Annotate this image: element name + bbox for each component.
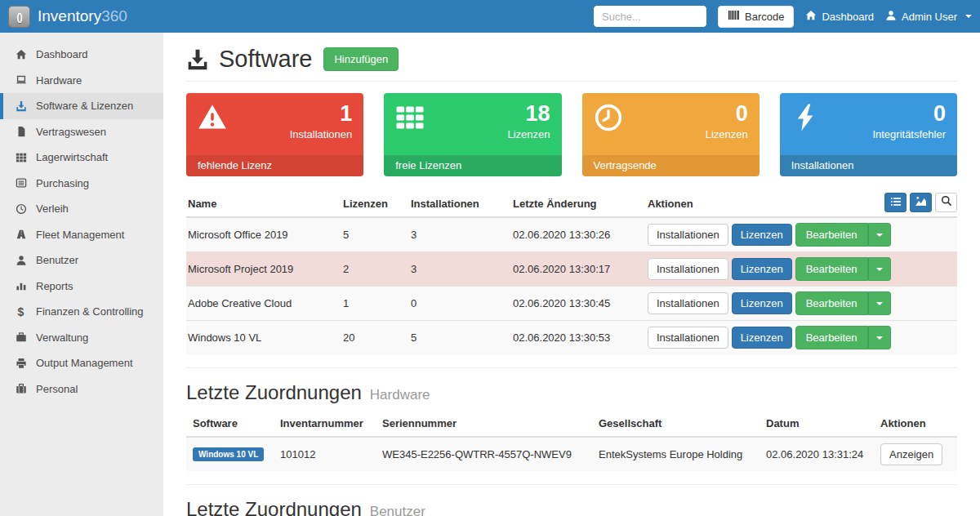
sidebar-item-lagerwirtschaft[interactable]: Lagerwirtschaft [0,145,163,171]
laptop-icon [15,74,27,87]
sidebar-item-label: Fleet Management [36,229,124,241]
edit-dropdown-toggle[interactable] [868,326,891,349]
suitcase-icon [15,383,27,395]
sidebar-item-output-management[interactable]: Output Management [0,350,163,376]
sidebar-item-label: Dashboard [36,48,88,60]
app-title: Inventory360 [38,7,127,25]
chart-view-button[interactable] [910,193,932,212]
col-header-software: Software [186,414,274,437]
list-icon [890,195,902,210]
table-row: Windows 10 VL 101012 WE345-E2256-QWTRR-4… [186,437,957,471]
sidebar-item-label: Verwaltung [36,331,88,344]
home-icon [805,10,817,24]
section-title: Letzte Zuordnungen [186,498,362,516]
printer-icon [15,357,27,369]
user-menu[interactable]: Admin User [885,10,972,24]
sidebar-item-label: Lagerwirtschaft [36,151,108,163]
sidebar-item-label: Output Management [36,357,133,369]
licenses-button[interactable]: Lizenzen [732,224,792,246]
licenses-button[interactable]: Lizenzen [732,292,792,314]
sidebar-item-label: Verleih [36,202,69,215]
sidebar-item-personal[interactable]: Personal [0,376,163,403]
chevron-down-icon [876,268,883,271]
section-subtitle: Hardware [370,387,430,403]
col-header-company: Gesellschaft [592,414,760,437]
clock-icon [594,103,623,132]
download-icon [186,48,209,71]
sidebar-item-benutzer[interactable]: Benutzer [0,247,163,274]
sidebar-item-vertragswesen[interactable]: Vertragswesen [0,119,163,145]
sidebar-item-finanzen-controlling[interactable]: $ Finanzen & Controlling [0,299,163,325]
search-table-button[interactable] [935,193,957,212]
add-software-button[interactable]: Hinzufügen [323,47,399,71]
barcode-icon [728,10,740,23]
installations-button[interactable]: Installationen [648,327,728,349]
cell-serial-number: WE345-E2256-QWTRR-4557Q-NWEV9 [376,437,592,471]
cell-name: Microsoft Office 2019 [186,217,336,252]
col-header-licenses: Lizenzen [336,194,404,217]
stat-footer: Installationen [780,155,957,176]
chevron-down-icon [876,302,883,305]
table-toolbar [884,193,957,212]
edit-button[interactable]: Bearbeiten [795,257,868,281]
user-icon [885,10,897,24]
installations-button[interactable]: Installationen [648,258,728,280]
sidebar-item-fleet-management[interactable]: Fleet Management [0,222,163,248]
sidebar-item-verwaltung[interactable]: Verwaltung [0,325,163,351]
col-header-installations: Installationen [404,194,506,217]
stat-footer: fehlende Lizenz [186,155,363,176]
divider [186,367,957,368]
sidebar-item-label: Reports [36,280,74,292]
app-logo-icon: () [8,6,30,28]
edit-dropdown-toggle[interactable] [868,257,891,281]
barcode-button[interactable]: Barcode [718,6,794,28]
dollar-icon: $ [15,305,27,318]
edit-button[interactable]: Bearbeiten [795,223,868,247]
sidebar-item-dashboard[interactable]: Dashboard [0,42,163,68]
chevron-down-icon [876,234,883,237]
edit-button[interactable]: Bearbeiten [795,326,868,349]
cell-licenses: 1 [336,287,404,321]
hardware-table: Software Inventarnummer Seriennummer Ges… [186,414,957,471]
barcode-label: Barcode [745,11,784,23]
view-list-button[interactable] [884,193,906,212]
show-button[interactable]: Anzeigen [880,443,942,465]
sidebar-item-purchasing[interactable]: Purchasing [0,171,163,197]
sidebar-item-verleih[interactable]: Verleih [0,196,163,222]
cell-changed: 02.06.2020 13:30:53 [506,321,641,355]
brand[interactable]: () Inventory360 [8,6,127,28]
cell-installations: 3 [404,252,506,287]
nav-dashboard-link[interactable]: Dashboard [805,10,874,24]
sidebar-item-hardware[interactable]: Hardware [0,68,163,94]
edit-dropdown-toggle[interactable] [868,223,891,247]
app-title-name: Inventory [38,7,101,24]
cell-name: Microsoft Project 2019 [186,252,336,287]
table-row: Windows 10 VL 20 5 02.06.2020 13:30:53 I… [186,321,957,355]
sidebar-item-label: Personal [36,383,78,395]
grid-icon [15,151,27,163]
cell-company: EntekSystems Europe Holding [592,437,760,471]
sidebar-item-reports[interactable]: Reports [0,274,163,300]
licenses-button[interactable]: Lizenzen [732,327,792,349]
licenses-button[interactable]: Lizenzen [732,258,792,280]
edit-button[interactable]: Bearbeiten [795,291,868,315]
table-row: Microsoft Office 2019 5 3 02.06.2020 13:… [186,217,957,252]
bar-chart-icon [15,280,27,292]
table-row-danger: Microsoft Project 2019 2 3 02.06.2020 13… [186,252,957,287]
search-input[interactable] [594,6,706,27]
installations-button[interactable]: Installationen [648,224,728,246]
app-title-suffix: 360 [101,7,127,24]
stat-footer: freie Lizenzen [384,155,561,176]
edit-dropdown-toggle[interactable] [868,291,891,315]
cell-changed: 02.06.2020 13:30:45 [506,287,641,321]
sidebar-item-software-lizenzen[interactable]: Software & Lizenzen [0,93,163,119]
download-icon [15,100,27,112]
cell-installations: 0 [404,287,506,321]
divider [186,81,957,82]
software-table: Name Lizenzen Installationen Letzte Ände… [186,194,957,354]
installations-button[interactable]: Installationen [648,292,728,314]
cell-licenses: 2 [336,252,404,287]
cell-changed: 02.06.2020 13:30:17 [506,252,641,287]
software-badge: Windows 10 VL [193,447,264,461]
grid-icon [395,103,425,132]
